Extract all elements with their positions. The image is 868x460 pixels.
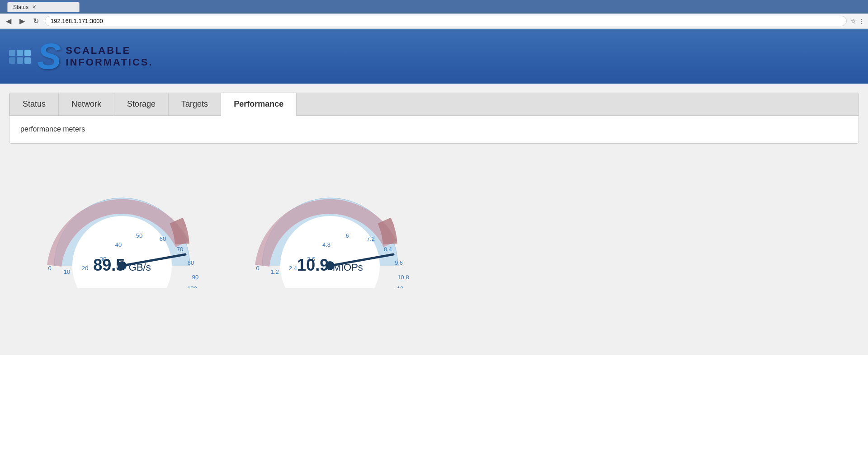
- gauge-bandwidth-unit: GB/s: [129, 262, 151, 273]
- svg-text:10: 10: [64, 268, 70, 275]
- browser-toolbar: ◀ ▶ ↻ ☆ ⋮: [0, 14, 868, 29]
- svg-text:20: 20: [82, 265, 88, 272]
- tab-performance[interactable]: Performance: [221, 93, 297, 116]
- browser-tab[interactable]: Status ✕: [7, 2, 80, 12]
- logo-informatics: INFORMATICS.: [66, 56, 153, 68]
- tab-status[interactable]: Status: [9, 93, 59, 115]
- logo-text: SCALABLE INFORMATICS.: [66, 45, 153, 68]
- svg-text:90: 90: [192, 274, 198, 281]
- svg-text:12: 12: [397, 285, 403, 288]
- logo-s-letter: S: [37, 38, 61, 75]
- gauges-container: 0 10 20 30 40 50 60 70 80: [9, 153, 859, 297]
- svg-text:40: 40: [115, 241, 122, 248]
- browser-tab-title: Status: [13, 4, 28, 10]
- page-content: S SCALABLE INFORMATICS. Status Network S…: [0, 29, 868, 355]
- svg-text:9.6: 9.6: [395, 259, 403, 266]
- svg-text:6: 6: [345, 232, 349, 239]
- main-container: Status Network Storage Targets Performan…: [0, 84, 868, 355]
- toolbar-icons: ☆ ⋮: [850, 18, 864, 25]
- gauge-iops-text: 10.9 MIOPs: [297, 256, 363, 275]
- logo-container: S SCALABLE INFORMATICS.: [9, 38, 153, 75]
- svg-text:1.2: 1.2: [271, 268, 279, 275]
- forward-button[interactable]: ▶: [17, 16, 27, 26]
- browser-chrome: Status ✕ ◀ ▶ ↻ ☆ ⋮: [0, 0, 868, 29]
- browser-titlebar: Status ✕: [0, 0, 868, 14]
- back-button[interactable]: ◀: [4, 16, 14, 26]
- tab-bar: Status ✕: [4, 2, 83, 12]
- gauge-iops: 0 1.2 2.4 3.6 4.8 6 7.2 8.4 9.6: [244, 162, 416, 288]
- tab-targets[interactable]: Targets: [169, 93, 221, 115]
- gauge-bandwidth-value: 89.5: [93, 256, 125, 274]
- performance-meters-label: performance meters: [20, 125, 85, 133]
- logo-scalable: SCALABLE: [66, 45, 153, 56]
- svg-text:100: 100: [187, 285, 197, 288]
- gauge-iops-unit: MIOPs: [333, 262, 363, 273]
- svg-text:8.4: 8.4: [384, 246, 392, 253]
- svg-text:7.2: 7.2: [367, 235, 375, 242]
- svg-text:70: 70: [177, 246, 183, 253]
- svg-text:0: 0: [48, 265, 51, 272]
- tabs-header: Status Network Storage Targets Performan…: [9, 93, 859, 116]
- gauge-iops-value: 10.9: [297, 256, 329, 274]
- svg-text:10.8: 10.8: [397, 274, 409, 281]
- svg-text:2.4: 2.4: [289, 265, 297, 272]
- svg-text:4.8: 4.8: [322, 241, 330, 248]
- reload-button[interactable]: ↻: [31, 16, 41, 26]
- tab-panel: Status Network Storage Targets Performan…: [9, 93, 859, 144]
- tab-close-icon[interactable]: ✕: [32, 4, 36, 10]
- svg-text:80: 80: [188, 259, 194, 266]
- svg-text:60: 60: [160, 235, 166, 242]
- tab-storage[interactable]: Storage: [114, 93, 169, 115]
- gauge-bandwidth: 0 10 20 30 40 50 60 70 80: [36, 162, 208, 288]
- tab-content: performance meters: [9, 116, 859, 143]
- gauge-bandwidth-text: 89.5 GB/s: [93, 256, 151, 275]
- svg-text:0: 0: [256, 265, 259, 272]
- address-bar[interactable]: [45, 16, 847, 26]
- header-bar: S SCALABLE INFORMATICS.: [0, 29, 868, 84]
- tab-network[interactable]: Network: [59, 93, 114, 115]
- svg-text:50: 50: [136, 232, 142, 239]
